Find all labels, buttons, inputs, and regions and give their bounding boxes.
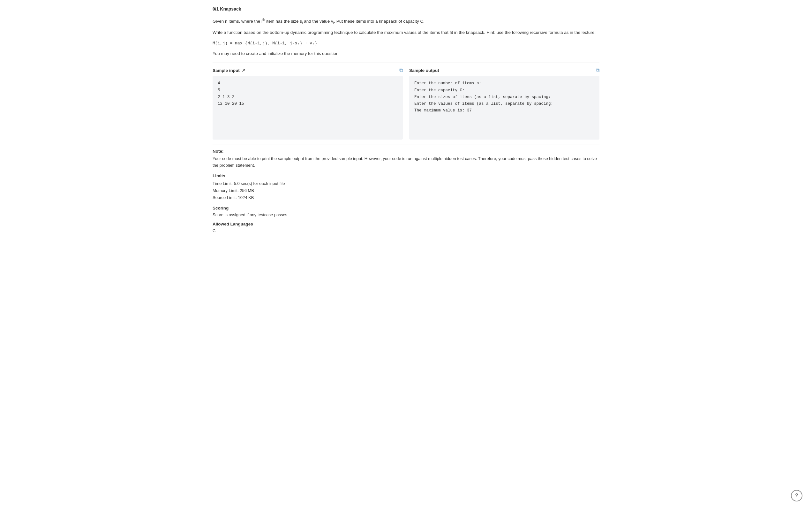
io-section: Sample input ↗ ⧉ 4 5 2 1 3 2 12 10 20 15… (212, 68, 600, 140)
sample-output-label-group: Sample output (409, 68, 439, 73)
divider-top (212, 62, 600, 63)
description-2: Write a function based on the bottom-up … (212, 29, 600, 36)
divider-bottom (212, 144, 600, 144)
sample-input-arrow-icon[interactable]: ↗ (242, 68, 245, 73)
copy-input-icon[interactable]: ⧉ (399, 68, 403, 73)
sample-output-label: Sample output (409, 68, 439, 73)
scoring-section: Scoring Score is assigned if any testcas… (212, 206, 600, 217)
allowed-section: Allowed Languages C (212, 222, 600, 233)
desc1-prefix: Given n items, where the i (212, 19, 262, 24)
desc1-mid: and the value v (302, 19, 333, 24)
sample-input-box: 4 5 2 1 3 2 12 10 20 15 (212, 76, 403, 140)
sample-output-header: Sample output ⧉ (409, 68, 600, 73)
sample-input-label-group: Sample input ↗ (212, 68, 245, 73)
desc1-suffix: item has the size s (265, 19, 302, 24)
copy-output-icon[interactable]: ⧉ (596, 68, 600, 73)
desc1-end: . Put these items into a knapsack of cap… (334, 19, 425, 24)
sample-input-panel: Sample input ↗ ⧉ 4 5 2 1 3 2 12 10 20 15 (212, 68, 403, 140)
page-title: 0/1 Knapsack (212, 6, 600, 11)
formula-block: M(i,j) = max {M(i-1,j), M(i-1, j-sᵢ) + v… (212, 41, 600, 46)
sample-output-box: Enter the number of items n: Enter the c… (409, 76, 600, 140)
sample-input-header: Sample input ↗ ⧉ (212, 68, 403, 73)
allowed-title: Allowed Languages (212, 222, 600, 226)
scoring-title: Scoring (212, 206, 600, 211)
limits-section: Limits Time Limit: 5.0 sec(s) for each i… (212, 173, 600, 201)
description-3: You may need to create and initialize th… (212, 50, 600, 57)
sample-output-panel: Sample output ⧉ Enter the number of item… (409, 68, 600, 140)
sample-input-label: Sample input (212, 68, 240, 73)
note-section: Note: Your code must be able to print th… (212, 149, 600, 169)
source-limit: Source Limit: 1024 KB (212, 194, 600, 201)
allowed-text: C (212, 228, 600, 233)
memory-limit: Memory Limit: 256 MB (212, 187, 600, 194)
scoring-text: Score is assigned if any testcase passes (212, 212, 600, 217)
note-title: Note: (212, 149, 600, 154)
time-limit: Time Limit: 5.0 sec(s) for each input fi… (212, 180, 600, 187)
limits-title: Limits (212, 173, 600, 178)
description-1: Given n items, where the ith item has th… (212, 17, 600, 25)
note-text: Your code must be able to print the samp… (212, 156, 600, 169)
